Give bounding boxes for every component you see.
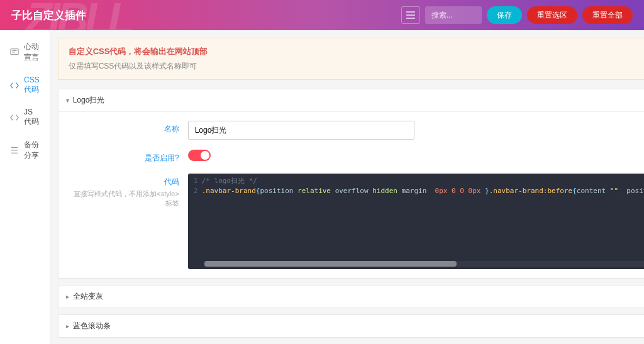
scrollbar-thumb[interactable]	[204, 261, 457, 267]
panel-title: Logo扫光	[73, 95, 105, 106]
panel-logo-shine: ▾ Logo扫光 ⤢ ⧉ ✕ 名称 是否启用?	[58, 89, 644, 279]
menu-button[interactable]	[401, 6, 420, 24]
enable-toggle[interactable]	[188, 150, 211, 161]
code-icon	[10, 81, 19, 90]
reset-section-button[interactable]: 重置选区	[527, 6, 577, 24]
code-icon	[10, 113, 19, 122]
sidebar-item-label: CSS代码	[24, 75, 40, 95]
list-icon	[10, 146, 19, 155]
sidebar-item-label: 心动宣言	[24, 42, 40, 63]
panel-header[interactable]: ▸ 蓝色滚动条 ⤢ ⧉ ✕	[58, 315, 644, 337]
sidebar-item-motto[interactable]: 心动宣言	[0, 35, 50, 69]
notice-title: 自定义CSS代码，将会输出在网站顶部	[69, 46, 644, 57]
sidebar-item-css[interactable]: CSS代码	[0, 69, 50, 101]
enable-label: 是否启用?	[69, 150, 188, 164]
svg-rect-0	[11, 49, 18, 55]
panel-header[interactable]: ▾ Logo扫光 ⤢ ⧉ ✕	[58, 89, 644, 112]
code-editor[interactable]: 1/* logo扫光 */2.navbar-brand{position:rel…	[188, 174, 644, 269]
sidebar-item-label: JS代码	[24, 108, 40, 127]
panel-title: 全站变灰	[73, 291, 103, 302]
search-input[interactable]	[425, 6, 482, 24]
message-icon	[10, 48, 19, 57]
sidebar-item-js[interactable]: JS代码	[0, 101, 50, 133]
sidebar-item-backup[interactable]: 备份分享	[0, 133, 50, 167]
code-label: 代码	[69, 177, 179, 187]
panel-header[interactable]: ▸ 全站变灰 ⤢ ⧉ ✕	[58, 286, 644, 308]
code-hint: 直接写样式代码，不用添加<style>标签	[69, 189, 179, 208]
menu-icon	[406, 11, 415, 19]
notice-subtitle: 仅需填写CSS代码以及该样式名称即可	[69, 61, 644, 72]
notice-box: 自定义CSS代码，将会输出在网站顶部 仅需填写CSS代码以及该样式名称即可	[58, 38, 644, 80]
panel-blue-scrollbar: ▸ 蓝色滚动条 ⤢ ⧉ ✕	[58, 314, 644, 338]
name-input[interactable]	[188, 121, 414, 140]
reset-all-button[interactable]: 重置全部	[582, 6, 633, 24]
app-title: 子比自定义插件	[11, 8, 86, 23]
sidebar: 心动宣言 CSS代码 JS代码 备份分享	[0, 30, 50, 344]
save-button[interactable]: 保存	[487, 6, 522, 24]
chevron-right-icon: ▸	[66, 323, 69, 330]
sidebar-item-label: 备份分享	[24, 140, 40, 161]
panel-title: 蓝色滚动条	[73, 321, 111, 331]
panel-grayscale: ▸ 全站变灰 ⤢ ⧉ ✕	[58, 285, 644, 308]
horizontal-scrollbar[interactable]	[204, 261, 644, 267]
chevron-down-icon: ▾	[66, 97, 69, 104]
name-label: 名称	[69, 121, 188, 140]
chevron-right-icon: ▸	[66, 293, 69, 300]
